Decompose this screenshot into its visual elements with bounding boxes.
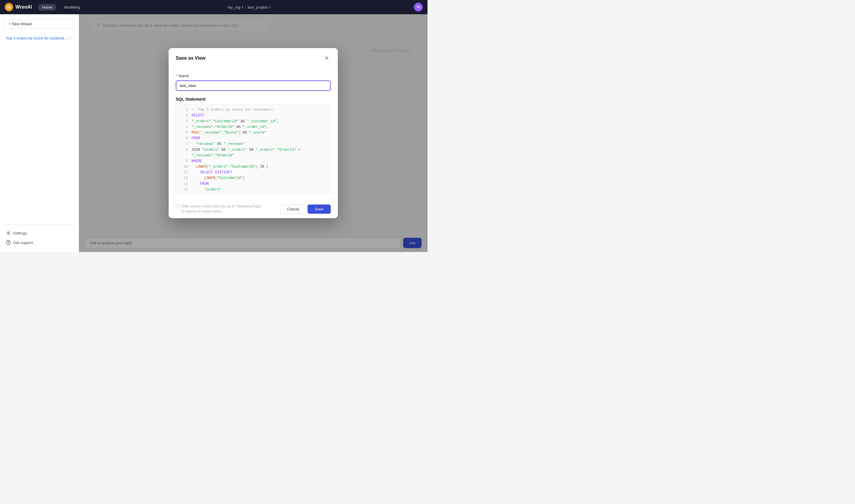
modal-footer: i After saving, make sure you go to "Mod… [168, 199, 338, 218]
sql-section-label: SQL Statement [176, 97, 331, 102]
footer-actions: Cancel Save [281, 204, 331, 214]
sql-line: 1 -- Top 3 orders by score for customers… [176, 105, 331, 113]
name-input[interactable] [176, 80, 331, 91]
project-dropdown-arrow: ▾ [269, 6, 270, 9]
logo-icon: W [5, 3, 13, 11]
layout: + New thread Top 3 orders by score for c… [0, 14, 427, 252]
nav-center: my_org ▾ / test_project ▾ [88, 5, 410, 10]
support-item[interactable]: Get support [3, 238, 75, 247]
thread-dots-icon[interactable]: ⋯ [68, 35, 73, 41]
sql-line: 2 SELECT [176, 113, 331, 119]
avatar[interactable]: TE [414, 3, 423, 12]
topnav: W WrenAI Home Modeling my_org ▾ / test_p… [0, 0, 427, 14]
project-name: test_project [248, 5, 267, 10]
org-name: my_org [227, 5, 240, 10]
sql-line: 7 "reviews" AS "_reviews" [176, 141, 331, 147]
sql-line: 13 FROM [176, 181, 331, 187]
home-nav-button[interactable]: Home [38, 4, 57, 11]
org-dropdown-arrow: ▾ [242, 6, 243, 9]
sql-line: 12 LOWER("CustomerId") [176, 176, 331, 181]
svg-point-0 [8, 232, 9, 234]
sql-line: 10 LOWER("_orders"."CustomerId") IN ( [176, 164, 331, 170]
gear-icon [6, 231, 11, 235]
modal-overlay: Save as View ✕ * Name SQL Statement [79, 14, 427, 252]
sql-line: 6 FROM [176, 136, 331, 141]
sql-line: 9 WHERE [176, 159, 331, 164]
sidebar: + New thread Top 3 orders by score for c… [0, 14, 79, 252]
nav-separator: / [245, 5, 246, 10]
settings-item[interactable]: Settings [3, 228, 75, 238]
modeling-nav-button[interactable]: Modeling [60, 4, 84, 11]
support-label: Get support [13, 240, 33, 245]
thread-item[interactable]: Top 3 orders by score for custome... ⋯ [3, 34, 75, 43]
modal-close-button[interactable]: ✕ [322, 54, 331, 62]
name-field-label: * Name [176, 73, 331, 78]
name-field: * Name [176, 73, 331, 91]
cancel-button[interactable]: Cancel [281, 204, 305, 214]
footer-hint-text: After saving, make sure you go to "Model… [182, 204, 265, 214]
logo-text: WrenAI [15, 4, 32, 10]
required-indicator: * [176, 73, 177, 78]
svg-point-2 [8, 244, 8, 244]
sql-line: 5 MAX("_reviews"."Score") AS "_score" [176, 130, 331, 136]
modal-header: Save as View ✕ [168, 48, 338, 67]
sql-line: 8 JOIN "orders" AS "_orders" ON "_orders… [176, 147, 331, 159]
sql-line: 4 "_reviews"."OrderId" AS "_order_id", [176, 124, 331, 130]
save-button[interactable]: Save [307, 204, 331, 214]
sql-line: 14 "orders" [176, 187, 331, 194]
modal-title: Save as View [176, 55, 206, 61]
save-as-view-modal: Save as View ✕ * Name SQL Statement [168, 48, 338, 218]
new-thread-button[interactable]: + New thread [3, 19, 75, 29]
sql-line: 3 "_orders"."CustomerId" AS "_customer_i… [176, 119, 331, 124]
sql-editor: 1 -- Top 3 orders by score for customers… [176, 105, 331, 194]
modal-body: * Name SQL Statement 1 -- Top 3 orders b… [168, 67, 338, 199]
main-content: ❓ Question: What are the top 3 value for… [79, 14, 427, 252]
sidebar-bottom: Settings Get support [3, 224, 75, 247]
logo-area: W WrenAI [5, 3, 32, 11]
thread-item-label: Top 3 orders by score for custome... [6, 36, 67, 40]
project-selector[interactable]: test_project ▾ [248, 5, 270, 10]
footer-hint: i After saving, make sure you go to "Mod… [176, 204, 265, 214]
sql-line: 11 SELECT DISTINCT [176, 170, 331, 176]
info-icon: i [176, 204, 180, 209]
settings-label: Settings [13, 231, 27, 235]
help-icon [6, 240, 11, 245]
org-selector[interactable]: my_org ▾ [227, 5, 243, 10]
